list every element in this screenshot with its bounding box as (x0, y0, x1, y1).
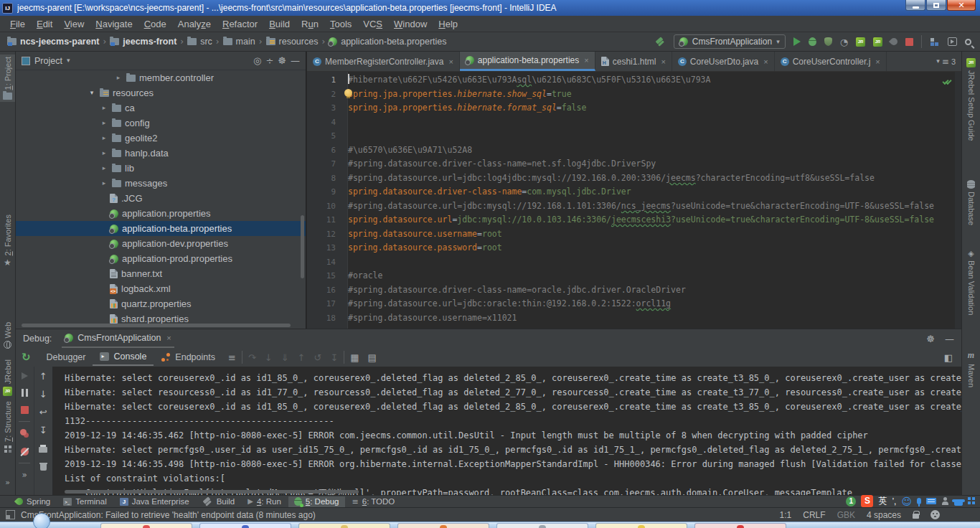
tree-item[interactable]: ▸messages (16, 176, 306, 191)
close-icon[interactable]: × (584, 56, 588, 65)
chevron-down-icon[interactable]: ▾ (67, 57, 70, 64)
taskbar-button[interactable] (694, 523, 786, 528)
coverage-button[interactable] (824, 37, 832, 46)
notification-badge[interactable]: 1 (846, 496, 856, 506)
tree-item[interactable]: application-dev.properties (16, 236, 306, 251)
editor-line[interactable]: 5 (307, 129, 961, 143)
editor-tab[interactable]: CoreUserController.j× (775, 52, 887, 71)
tool-window-button-database[interactable]: Database (962, 178, 980, 227)
menu-window[interactable]: Window (388, 16, 433, 32)
tool-window-toggle-icon[interactable] (6, 510, 15, 519)
breadcrumb-item[interactable]: jeecms-front (110, 37, 176, 47)
ime-skin-icon[interactable] (954, 499, 963, 506)
run-configuration-select[interactable]: CmsFrontApplication ▾ (674, 34, 786, 49)
close-icon[interactable]: × (661, 57, 665, 66)
editor-line[interactable]: 17#spring.datasource.url=jdbc:oracle:thi… (307, 297, 961, 311)
breadcrumb-item[interactable]: ncs-jeecms-parent (7, 37, 99, 47)
intention-bulb-icon[interactable] (344, 89, 352, 97)
menu-refactor[interactable]: Refactor (217, 16, 263, 32)
tree-item[interactable]: banner.txt (16, 266, 306, 281)
collapse-all-icon[interactable]: ÷ (265, 56, 273, 65)
editor-body[interactable]: 1#hibernate\u662F\u5426\u663E\u793Asql\u… (307, 72, 961, 329)
tree-item[interactable]: ▸lib (16, 161, 306, 176)
line-separator[interactable]: CRLF (803, 510, 825, 520)
search-everywhere-button[interactable] (965, 39, 971, 45)
chevron-right-icon[interactable]: ▸ (100, 105, 108, 111)
ime-language-toggle[interactable]: 英 (878, 495, 887, 507)
menu-navigate[interactable]: Navigate (90, 16, 138, 32)
status-message[interactable]: CmsFrontApplication: Failed to retrieve … (21, 510, 316, 520)
mute-breakpoints-icon[interactable] (21, 448, 29, 456)
breadcrumb-item[interactable]: resources (266, 37, 319, 47)
editor-scrollbar[interactable] (955, 72, 961, 329)
tool-window-button-web[interactable]: Web (0, 320, 15, 351)
editor-line[interactable]: 6#\u6570\u636E\u9A71\u52A8 (307, 143, 961, 158)
minimize-button[interactable] (905, 0, 925, 11)
editor-tab[interactable]: MemberRegisterController.java× (307, 52, 460, 71)
hide-panel-icon[interactable]: — (945, 334, 954, 344)
tool-window-button-maven[interactable]: mMaven (962, 348, 980, 390)
run-button[interactable] (793, 37, 801, 46)
console-horizontal-scrollbar[interactable] (65, 490, 359, 494)
console[interactable]: » ↑ ↓ ↩ ↧ Hibernate: select coreuserex0_… (16, 367, 961, 495)
close-icon[interactable]: × (875, 57, 880, 66)
editor-line[interactable]: 7#spring.datasource.driver-class-name=ne… (307, 157, 961, 171)
hidden-tool-windows-button[interactable]: » (0, 476, 15, 489)
locate-file-icon[interactable]: ◎ (253, 56, 261, 65)
menu-build[interactable]: Build (263, 16, 296, 32)
project-panel-title[interactable]: Project (34, 56, 62, 66)
ime-account-icon[interactable] (941, 497, 949, 505)
chevron-right-icon[interactable]: ▸ (100, 165, 108, 171)
tool-window-button-jrebel[interactable]: JRebel (0, 357, 15, 398)
editor-tab[interactable]: ceshi1.html× (595, 52, 672, 71)
breadcrumb-item[interactable]: main (223, 37, 255, 47)
editor-line[interactable]: 15#oracle (307, 269, 961, 283)
tool-window-button-build[interactable]: Build (197, 496, 241, 507)
menu-file[interactable]: File (4, 16, 31, 32)
jrebel-run-button[interactable] (856, 37, 865, 47)
microphone-icon[interactable] (917, 498, 921, 504)
editor-line[interactable]: 2spring.jpa.properties.hibernate.show_sq… (307, 88, 961, 102)
editor-line[interactable]: 16#spring.datasource.driver-class-name=o… (307, 283, 961, 298)
chevron-right-icon[interactable]: ▸ (100, 150, 108, 156)
menu-code[interactable]: Code (138, 16, 172, 32)
drop-frame-icon[interactable]: ↺ (311, 353, 325, 362)
keyboard-icon[interactable] (926, 498, 936, 504)
readonly-lock-icon[interactable] (913, 514, 919, 519)
tree-item[interactable]: ▸geolite2 (16, 131, 306, 146)
restore-layout-icon[interactable]: ◧ (941, 353, 956, 362)
taskbar-button[interactable] (199, 523, 291, 528)
run-to-cursor-icon[interactable]: ↧ (327, 353, 341, 362)
debug-button[interactable] (809, 37, 816, 46)
jrebel-debug-button[interactable] (873, 37, 882, 47)
tool-window-button-jrebel-setup-guide[interactable]: JRebel Setup Guide (962, 56, 980, 143)
ime-toolbox-icon[interactable] (968, 497, 976, 505)
debug-tab-console[interactable]: Console (93, 349, 154, 366)
chevron-down-icon[interactable]: ▾ (88, 90, 96, 96)
menu-icon[interactable]: ≡ (225, 353, 239, 362)
breadcrumb-item[interactable]: src (187, 37, 212, 47)
tool-window-button-spring[interactable]: Spring (10, 496, 56, 507)
editor-line[interactable]: 12spring.datasource.username=root (307, 227, 961, 242)
project-structure-button[interactable] (930, 37, 940, 47)
tool-window-button-2-favorites[interactable]: 2: Favorites★ (0, 212, 15, 269)
tree-vertical-scrollbar[interactable] (301, 215, 304, 278)
editor-line[interactable]: 4 (307, 116, 961, 130)
editor-line[interactable]: 3spring.jpa.properties.hibernate.format_… (307, 101, 961, 116)
editor-line[interactable]: 11spring.datasource.url=jdbc:mysql://10.… (307, 213, 961, 227)
debug-tab-endpoints[interactable]: Endpoints (154, 349, 222, 365)
taskbar-button[interactable] (595, 523, 687, 528)
windows-taskbar[interactable] (0, 522, 980, 528)
tree-item[interactable]: ▾resources (16, 85, 306, 100)
menu-run[interactable]: Run (296, 16, 324, 32)
build-icon[interactable] (655, 37, 666, 47)
soft-wrap-icon[interactable]: ↩ (39, 408, 47, 417)
debug-session-tab[interactable]: CmsFrontApplication × (62, 329, 174, 348)
evaluate-expression-icon[interactable]: ▦ (347, 353, 362, 362)
caret-position[interactable]: 1:1 (780, 510, 792, 520)
run-window-button[interactable] (948, 37, 957, 46)
gear-icon[interactable]: ☸ (278, 56, 286, 65)
step-out-icon[interactable]: ↑ (295, 353, 308, 362)
close-icon[interactable]: × (763, 57, 768, 66)
menu-view[interactable]: View (58, 16, 90, 32)
